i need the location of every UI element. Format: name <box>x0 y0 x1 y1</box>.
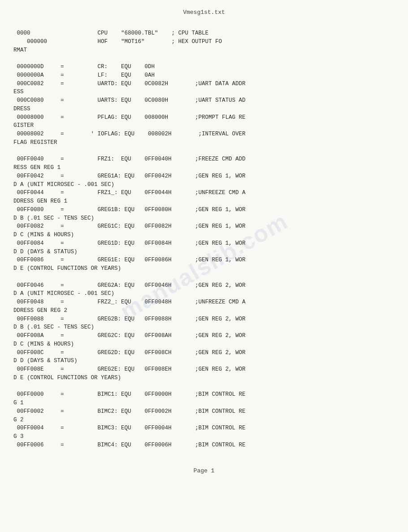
page-footer: Page 1 <box>0 467 408 474</box>
page-container: manualslib.com Vmesg1st.txt 0000 CPU "68… <box>0 0 408 532</box>
file-content: 0000 CPU "68000.TBL" ; CPU TABLE 000000 … <box>0 29 408 450</box>
page-title: Vmesg1st.txt <box>0 9 408 16</box>
